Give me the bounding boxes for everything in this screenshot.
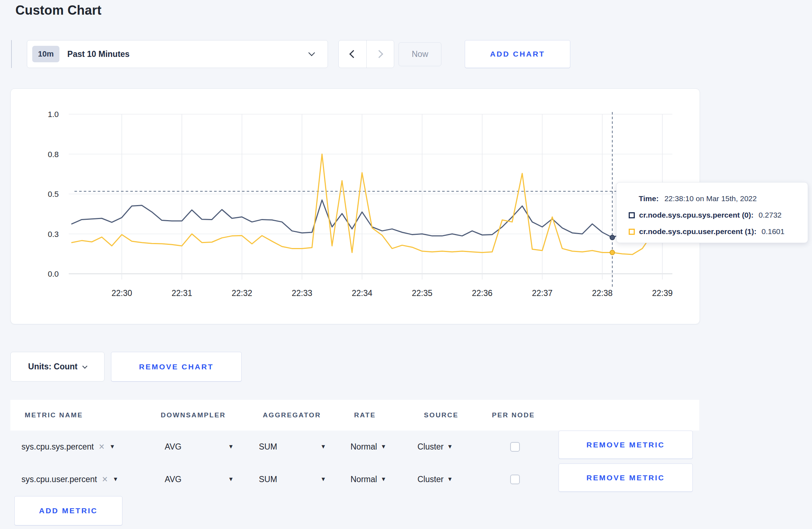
- x-axis-tick-label: 22:34: [352, 288, 372, 298]
- x-axis-tick-label: 22:39: [652, 288, 673, 298]
- x-axis-tick-label: 22:32: [232, 288, 252, 298]
- time-range-label: Past 10 Minutes: [67, 49, 130, 59]
- tooltip-sys-series-name: cr.node.sys.cpu.sys.percent (0):: [639, 211, 754, 219]
- metric-name-select[interactable]: sys.cpu.sys.percent × ▼: [21, 431, 115, 463]
- col-header-downsampler: DOWNSAMPLER: [161, 411, 226, 419]
- sys-series-swatch-icon: [629, 212, 635, 218]
- col-header-rate: RATE: [354, 411, 376, 419]
- hover-dot-0: [610, 235, 615, 240]
- hover-dot-1: [610, 250, 615, 255]
- rate-value: Normal: [351, 475, 377, 484]
- y-axis-tick-label: 1.0: [48, 110, 59, 119]
- chevron-down-icon: [308, 49, 315, 56]
- per-node-cell: [510, 463, 520, 495]
- remove-metric-button[interactable]: REMOVE METRIC: [559, 464, 693, 492]
- downsampler-caret[interactable]: ▼: [228, 431, 234, 463]
- metric-name-value: sys.cpu.user.percent: [21, 475, 97, 484]
- time-range-badge: 10m: [32, 46, 59, 62]
- custom-chart-page: Custom Chart 10m Past 10 Minutes Now ADD…: [0, 0, 812, 529]
- tooltip-sys-series-value: 0.2732: [759, 211, 782, 219]
- col-header-metric-name: METRIC NAME: [25, 411, 83, 419]
- cpu-usage-chart[interactable]: 0.00.30.50.81.022:3022:3122:3222:3322:34…: [11, 89, 700, 324]
- x-axis-tick-label: 22:31: [171, 288, 192, 298]
- aggregator-caret[interactable]: ▼: [320, 431, 326, 463]
- x-axis-tick-label: 22:38: [592, 288, 613, 298]
- aggregator-select[interactable]: SUM: [259, 431, 277, 463]
- chart-panel[interactable]: 0.00.30.50.81.022:3022:3122:3222:3322:34…: [10, 88, 700, 324]
- col-header-aggregator: AGGREGATOR: [263, 411, 321, 419]
- next-window-button[interactable]: [366, 40, 394, 68]
- rate-select[interactable]: Normal ▼: [351, 431, 386, 463]
- downsampler-value: AVG: [165, 475, 182, 484]
- tooltip-user-series-value: 0.1601: [762, 227, 784, 236]
- rate-value: Normal: [351, 442, 377, 452]
- source-select[interactable]: Cluster ▼: [417, 431, 453, 463]
- per-node-cell: [510, 431, 520, 463]
- remove-tag-icon[interactable]: ×: [99, 441, 105, 452]
- units-label: Units: Count: [28, 362, 78, 372]
- source-select[interactable]: Cluster ▼: [417, 463, 453, 495]
- col-header-source: SOURCE: [424, 411, 459, 419]
- y-axis-tick-label: 0.3: [48, 230, 59, 239]
- caret-down-icon: ▼: [381, 476, 386, 482]
- downsampler-value: AVG: [165, 442, 182, 452]
- aggregator-value: SUM: [259, 442, 277, 452]
- caret-down-icon: ▼: [228, 444, 234, 450]
- per-node-checkbox[interactable]: [510, 475, 520, 484]
- metrics-table-header: METRIC NAME DOWNSAMPLER AGGREGATOR RATE …: [10, 400, 699, 431]
- chevron-left-icon: [349, 50, 358, 58]
- caret-down-icon: ▼: [320, 444, 326, 450]
- rate-select[interactable]: Normal ▼: [351, 463, 386, 495]
- series-line-1: [72, 154, 672, 255]
- per-node-checkbox[interactable]: [510, 442, 520, 452]
- metric-name-select[interactable]: sys.cpu.user.percent × ▼: [21, 463, 119, 495]
- time-range-dropdown[interactable]: 10m Past 10 Minutes: [27, 40, 328, 68]
- source-value: Cluster: [417, 442, 444, 452]
- downsampler-select[interactable]: AVG: [165, 463, 182, 495]
- table-row: sys.cpu.user.percent × ▼ AVG ▼ SUM ▼ Nor…: [10, 463, 699, 495]
- toolbar-left-divider: [11, 40, 12, 68]
- now-button[interactable]: Now: [398, 42, 441, 66]
- remove-chart-button[interactable]: REMOVE CHART: [111, 352, 242, 382]
- user-series-swatch-icon: [629, 229, 635, 235]
- aggregator-select[interactable]: SUM: [259, 463, 277, 495]
- chevron-down-icon: [82, 363, 87, 368]
- caret-down-icon: ▼: [110, 444, 115, 450]
- downsampler-select[interactable]: AVG: [165, 431, 182, 463]
- remove-tag-icon[interactable]: ×: [102, 474, 108, 485]
- aggregator-caret[interactable]: ▼: [320, 463, 326, 495]
- y-axis-tick-label: 0.0: [48, 270, 59, 278]
- tooltip-time-label: Time:: [639, 194, 659, 203]
- metric-name-value: sys.cpu.sys.percent: [21, 442, 94, 452]
- chevron-right-icon: [375, 50, 383, 58]
- page-title: Custom Chart: [15, 3, 101, 18]
- remove-metric-button[interactable]: REMOVE METRIC: [559, 431, 693, 459]
- caret-down-icon: ▼: [320, 476, 326, 482]
- caret-down-icon: ▼: [113, 476, 119, 482]
- x-axis-tick-label: 22:37: [532, 288, 553, 298]
- caret-down-icon: ▼: [381, 444, 386, 450]
- downsampler-caret[interactable]: ▼: [228, 463, 234, 495]
- source-value: Cluster: [417, 475, 444, 484]
- caret-down-icon: ▼: [447, 444, 453, 450]
- y-axis-tick-label: 0.5: [48, 190, 59, 199]
- x-axis-tick-label: 22:36: [472, 288, 493, 298]
- table-row: sys.cpu.sys.percent × ▼ AVG ▼ SUM ▼ Norm…: [10, 431, 699, 463]
- tooltip-time-value: 22:38:10 on Mar 15th, 2022: [664, 194, 757, 203]
- time-window-pager: [338, 40, 394, 68]
- tooltip-user-series-name: cr.node.sys.cpu.user.percent (1):: [639, 227, 757, 236]
- caret-down-icon: ▼: [228, 476, 234, 482]
- units-dropdown[interactable]: Units: Count: [10, 352, 105, 382]
- y-axis-tick-label: 0.8: [48, 150, 59, 159]
- add-metric-button[interactable]: ADD METRIC: [14, 496, 122, 525]
- x-axis-tick-label: 22:30: [111, 288, 132, 298]
- prev-window-button[interactable]: [339, 40, 366, 68]
- add-chart-button[interactable]: ADD CHART: [465, 40, 570, 68]
- x-axis-tick-label: 22:33: [292, 288, 313, 298]
- series-line-0: [72, 200, 672, 238]
- caret-down-icon: ▼: [447, 476, 453, 482]
- chart-hover-tooltip: Time: 22:38:10 on Mar 15th, 2022 cr.node…: [616, 182, 808, 243]
- aggregator-value: SUM: [259, 475, 277, 484]
- x-axis-tick-label: 22:35: [412, 288, 432, 298]
- col-header-per-node: PER NODE: [492, 411, 535, 419]
